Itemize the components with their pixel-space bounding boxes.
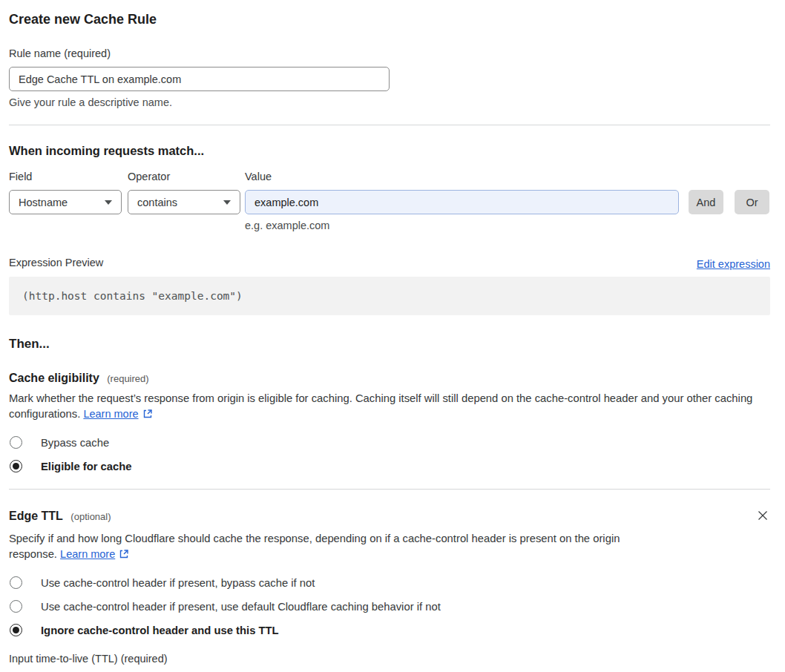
radio-icon[interactable] xyxy=(10,576,22,589)
cache-eligibility-description: Mark whether the request’s response from… xyxy=(9,391,770,422)
operator-select[interactable]: contains xyxy=(128,190,240,214)
chevron-down-icon xyxy=(223,200,231,205)
close-edge-ttl-button[interactable] xyxy=(755,508,770,525)
chevron-down-icon xyxy=(105,200,112,205)
radio-icon[interactable] xyxy=(10,600,22,613)
match-expression-row: Field Hostname Operator contains Value A… xyxy=(9,170,770,214)
expression-preview-code: (http.host contains "example.com") xyxy=(9,277,770,315)
radio-label: Use cache-control header if present, use… xyxy=(41,601,441,613)
operator-select-value: contains xyxy=(137,197,177,208)
cache-eligibility-title: Cache eligibility xyxy=(9,372,99,384)
external-link-icon xyxy=(119,549,129,559)
radio-cache-control-default[interactable]: Use cache-control header if present, use… xyxy=(9,600,770,613)
edge-ttl-description: Specify if and how long Cloudflare shoul… xyxy=(9,531,637,562)
cache-eligibility-options: Bypass cache Eligible for cache xyxy=(9,436,770,472)
ttl-input-label: Input time-to-live (TTL) (required) xyxy=(9,652,770,666)
value-label: Value xyxy=(245,170,679,184)
operator-label: Operator xyxy=(128,170,240,184)
external-link-icon xyxy=(142,409,153,419)
rule-name-label: Rule name (required) xyxy=(9,47,111,59)
edge-ttl-header: Edge TTL (optional) xyxy=(9,510,111,523)
create-cache-rule-page: Create new Cache Rule Rule name (require… xyxy=(0,0,785,672)
learn-more-link[interactable]: Learn more xyxy=(83,408,138,420)
page-title: Create new Cache Rule xyxy=(9,10,770,28)
radio-ignore-cache-control[interactable]: Ignore cache-control header and use this… xyxy=(9,624,770,636)
radio-checked-icon[interactable] xyxy=(10,624,22,636)
radio-checked-icon[interactable] xyxy=(10,460,22,472)
then-heading: Then... xyxy=(9,337,770,352)
field-label: Field xyxy=(9,170,122,184)
edge-ttl-title: Edge TTL xyxy=(9,510,63,522)
edge-ttl-options: Use cache-control header if present, byp… xyxy=(9,576,770,636)
divider xyxy=(9,125,770,125)
learn-more-link[interactable]: Learn more xyxy=(60,548,115,560)
cache-eligibility-qualifier: (required) xyxy=(107,373,148,384)
radio-label: Bypass cache xyxy=(41,437,109,449)
or-button[interactable]: Or xyxy=(735,190,769,214)
field-select-value: Hostname xyxy=(19,197,68,208)
match-heading: When incoming requests match... xyxy=(9,144,770,158)
cache-eligibility-header: Cache eligibility (required) xyxy=(9,372,770,385)
radio-label: Use cache-control header if present, byp… xyxy=(41,577,315,589)
radio-icon[interactable] xyxy=(10,436,22,449)
edit-expression-link[interactable]: Edit expression xyxy=(697,258,770,270)
close-icon xyxy=(757,510,769,521)
rule-name-hint: Give your rule a descriptive name. xyxy=(9,96,770,108)
field-select[interactable]: Hostname xyxy=(9,190,122,214)
radio-bypass-cache[interactable]: Bypass cache xyxy=(9,436,770,449)
edge-ttl-qualifier: (optional) xyxy=(70,511,111,522)
expression-preview-label: Expression Preview xyxy=(9,256,103,270)
radio-label: Eligible for cache xyxy=(41,461,132,472)
radio-cache-control-bypass[interactable]: Use cache-control header if present, byp… xyxy=(9,576,770,589)
radio-eligible-for-cache[interactable]: Eligible for cache xyxy=(9,460,770,472)
and-button[interactable]: And xyxy=(689,190,723,214)
radio-label: Ignore cache-control header and use this… xyxy=(41,625,279,636)
value-hint: e.g. example.com xyxy=(245,220,770,231)
value-input[interactable] xyxy=(245,190,679,214)
rule-name-input[interactable] xyxy=(9,67,390,91)
